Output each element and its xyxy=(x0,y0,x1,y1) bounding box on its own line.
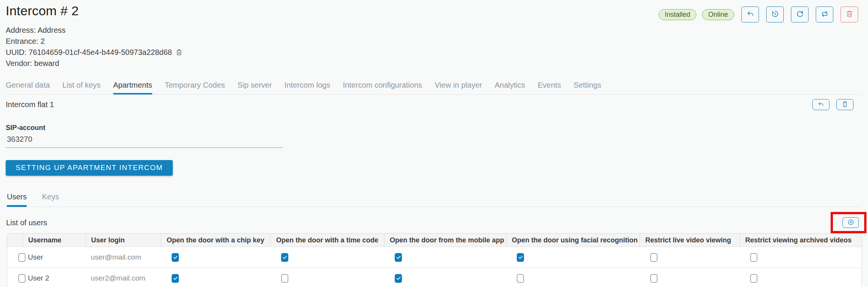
permission-checkbox-open-the-door-using-facial-recognition[interactable] xyxy=(517,253,524,262)
vendor-line: Vendor: beward xyxy=(6,58,861,69)
undo-button[interactable] xyxy=(741,6,759,22)
cell-username: User 2 xyxy=(23,268,85,287)
flat-row: Intercom flat 1 xyxy=(6,99,861,110)
status-badge-online: Online xyxy=(702,9,734,20)
intercom-info: Address: Address Entrance: 2 UUID: 76104… xyxy=(6,25,861,69)
copy-icon[interactable] xyxy=(175,48,183,56)
permission-checkbox-restrict-live-video-viewing[interactable] xyxy=(650,274,657,283)
flat-actions xyxy=(812,99,854,110)
header-actions: Installed Online xyxy=(659,6,858,22)
add-user-button[interactable] xyxy=(842,217,859,228)
users-table-body: Useruser@mail.comUser 2user2@mail.com xyxy=(7,247,862,287)
column-header-user-login: User login xyxy=(85,234,161,247)
sip-account-label: SIP-account xyxy=(6,124,45,131)
flat-mobile-button[interactable] xyxy=(836,99,854,110)
column-header-restrict-viewing-archived-videos: Restrict viewing archived videos xyxy=(739,234,862,247)
main-tabs: General dataList of keysApartmentsTempor… xyxy=(6,81,861,95)
permission-checkbox-restrict-viewing-archived-videos[interactable] xyxy=(750,274,757,283)
add-user-highlight xyxy=(831,212,866,233)
refresh-button[interactable] xyxy=(791,6,809,22)
table-row: Useruser@mail.com xyxy=(7,247,862,268)
permission-checkbox-open-the-door-with-a-time-code[interactable] xyxy=(281,274,288,283)
sync-button[interactable] xyxy=(816,6,833,22)
table-row: User 2user2@mail.com xyxy=(7,268,862,287)
refresh-icon xyxy=(796,10,804,19)
subtab-users[interactable]: Users xyxy=(7,192,27,207)
sip-account-field: SIP-account xyxy=(6,124,283,148)
cell-user-login: user@mail.com xyxy=(85,247,161,268)
tab-intercom-logs[interactable]: Intercom logs xyxy=(285,81,330,95)
cell-user-login: user2@mail.com xyxy=(85,268,161,287)
column-header-open-the-door-using-facial-recognition: Open the door using facial recognition xyxy=(506,234,640,247)
cell-username: User xyxy=(23,247,85,268)
column-header-open-the-door-from-the-mobile-app: Open the door from the mobile app xyxy=(384,234,506,247)
permission-checkbox-open-the-door-with-a-time-code[interactable] xyxy=(281,253,288,262)
address-line: Address: Address xyxy=(6,25,861,36)
intercom-page: Intercom # 2 Installed Online Address: A… xyxy=(0,0,868,287)
entrance-line: Entrance: 2 xyxy=(6,36,861,47)
permission-checkbox-open-the-door-from-the-mobile-app[interactable] xyxy=(395,274,402,283)
uuid-line: UUID: 76104659-01cf-45e4-b449-50973a228d… xyxy=(6,47,861,58)
list-of-users-header: List of users xyxy=(6,212,861,233)
tab-apartments[interactable]: Apartments xyxy=(113,81,152,95)
permission-checkbox-open-the-door-with-a-chip-key[interactable] xyxy=(172,253,179,262)
undo-icon xyxy=(817,101,825,109)
list-of-users-title: List of users xyxy=(6,218,47,227)
permission-checkbox-restrict-live-video-viewing[interactable] xyxy=(650,253,657,262)
select-column-header xyxy=(7,234,23,247)
permission-checkbox-open-the-door-with-a-chip-key[interactable] xyxy=(172,274,179,283)
status-badge-installed: Installed xyxy=(659,9,696,20)
column-header-username: Username xyxy=(23,234,85,247)
users-table-header-row: UsernameUser loginOpen the door with a c… xyxy=(7,234,862,247)
restore-backup-button[interactable] xyxy=(766,6,784,22)
sub-tabs: UsersKeys xyxy=(6,192,861,207)
permission-checkbox-open-the-door-using-facial-recognition[interactable] xyxy=(517,274,524,283)
plus-circle-icon xyxy=(847,218,855,227)
tab-temporary-codes[interactable]: Temporary Codes xyxy=(165,81,225,95)
column-header-open-the-door-with-a-chip-key: Open the door with a chip key xyxy=(161,234,270,247)
delete-button[interactable] xyxy=(841,6,858,22)
tab-general-data[interactable]: General data xyxy=(6,81,50,95)
uuid-text: UUID: 76104659-01cf-45e4-b449-50973a228d… xyxy=(6,47,172,58)
restore-icon xyxy=(771,10,780,19)
undo-icon xyxy=(746,10,755,19)
users-table: UsernameUser loginOpen the door with a c… xyxy=(7,233,862,287)
permission-checkbox-open-the-door-from-the-mobile-app[interactable] xyxy=(395,253,402,262)
flat-undo-button[interactable] xyxy=(812,99,829,110)
mobile-phone-icon xyxy=(841,101,849,109)
sync-icon xyxy=(820,10,829,19)
subtab-keys[interactable]: Keys xyxy=(42,192,59,207)
tab-events[interactable]: Events xyxy=(538,81,561,95)
tab-intercom-configurations[interactable]: Intercom configurations xyxy=(343,81,422,95)
column-header-open-the-door-with-a-time-code: Open the door with a time code xyxy=(270,234,384,247)
permission-checkbox-restrict-viewing-archived-videos[interactable] xyxy=(750,253,757,262)
setup-apartment-intercom-button[interactable]: SETTING UP APARTMENT INTERCOM xyxy=(6,160,173,176)
trash-icon xyxy=(845,10,854,19)
tab-analytics[interactable]: Analytics xyxy=(495,81,525,95)
tab-view-in-player[interactable]: View in player xyxy=(435,81,482,95)
column-header-restrict-live-video-viewing: Restrict live video viewing xyxy=(640,234,739,247)
tab-sip-server[interactable]: Sip server xyxy=(238,81,272,95)
tab-list-of-keys[interactable]: List of keys xyxy=(63,81,101,95)
tab-settings[interactable]: Settings xyxy=(574,81,601,95)
sip-account-input[interactable] xyxy=(6,134,283,148)
flat-label: Intercom flat 1 xyxy=(6,100,54,109)
